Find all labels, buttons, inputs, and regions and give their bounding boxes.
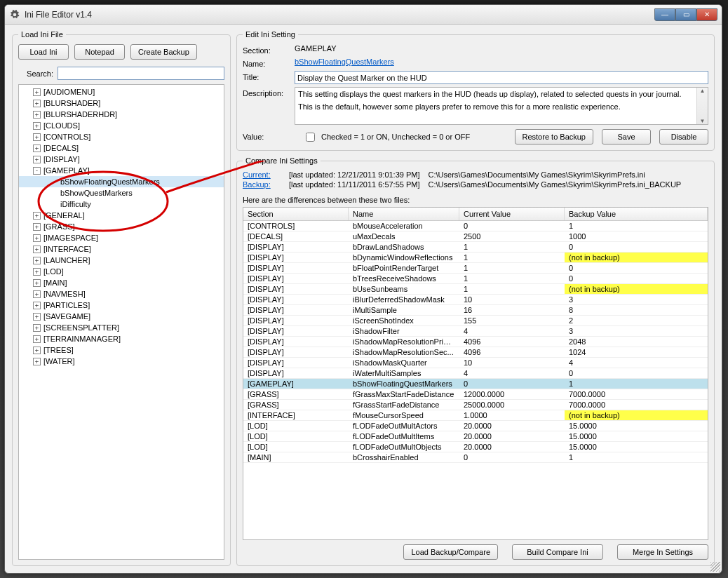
table-row[interactable]: [GRASS]fGrassStartFadeDistance25000.0000… bbox=[243, 400, 708, 410]
table-row[interactable]: [DISPLAY]iShadowMapResolutionPrim...4096… bbox=[243, 337, 708, 347]
col-section[interactable]: Section bbox=[243, 208, 349, 220]
table-row[interactable]: [INTERFACE]fMouseCursorSpeed1.0000(not i… bbox=[243, 410, 708, 421]
tree-node[interactable]: +[LOD] bbox=[19, 266, 224, 277]
create-backup-button[interactable]: Create Backup bbox=[130, 44, 197, 60]
tree-node[interactable]: +[SAVEGAME] bbox=[19, 311, 224, 322]
app-window: Ini File Editor v1.4 — ▭ ✕ Load Ini File… bbox=[4, 4, 722, 574]
tree-node[interactable]: bShowQuestMarkers bbox=[19, 187, 224, 199]
restore-backup-button[interactable]: Restore to Backup bbox=[515, 129, 594, 144]
table-row[interactable]: [GAMEPLAY]bShowFloatingQuestMarkers01 bbox=[243, 379, 708, 389]
tree-node[interactable]: +[NAVMESH] bbox=[19, 288, 224, 300]
load-ini-panel: Load Ini File Load Ini Notepad Create Ba… bbox=[12, 30, 231, 566]
ini-tree[interactable]: +[AUDIOMENU]+[BLURSHADER]+[BLURSHADERHDR… bbox=[18, 84, 224, 560]
tree-node[interactable]: +[CONTROLS] bbox=[19, 131, 224, 142]
edit-setting-legend: Edit Ini Setting bbox=[243, 30, 298, 39]
tree-node[interactable]: +[TERRAINMANAGER] bbox=[19, 333, 224, 344]
tree-node[interactable]: +[LAUNCHER] bbox=[19, 255, 224, 266]
title-label: Title: bbox=[243, 71, 295, 81]
col-name[interactable]: Name bbox=[349, 208, 459, 220]
col-current[interactable]: Current Value bbox=[459, 208, 565, 220]
table-row[interactable]: [DISPLAY]iShadowMapResolutionSec...40961… bbox=[243, 347, 708, 358]
backup-updated: [last updated: 11/11/2011 6:57:55 PM] bbox=[289, 180, 420, 189]
tree-node[interactable]: +[DISPLAY] bbox=[19, 154, 224, 165]
tree-node[interactable]: +[TREES] bbox=[19, 344, 224, 356]
scrollbar[interactable]: ▲▼ bbox=[696, 88, 708, 124]
table-row[interactable]: [DISPLAY]iWaterMultiSamples40 bbox=[243, 368, 708, 379]
merge-settings-button[interactable]: Merge In Settings bbox=[617, 544, 708, 560]
tree-node[interactable]: +[BLURSHADERHDR] bbox=[19, 109, 224, 120]
edit-setting-panel: Edit Ini Setting Section: GAMEPLAY Name:… bbox=[236, 30, 715, 151]
load-backup-compare-button[interactable]: Load Backup/Compare bbox=[403, 544, 498, 560]
table-row[interactable]: [DISPLAY]bDynamicWindowReflections1(not … bbox=[243, 253, 708, 263]
close-button[interactable]: ✕ bbox=[696, 8, 717, 21]
search-label: Search: bbox=[18, 69, 53, 78]
tree-node[interactable]: +[AUDIOMENU] bbox=[19, 86, 224, 98]
description-label: Description: bbox=[243, 87, 295, 98]
table-row[interactable]: [DISPLAY]iScreenShotIndex1552 bbox=[243, 316, 708, 326]
resize-grip[interactable] bbox=[710, 562, 720, 572]
table-row[interactable]: [DECALS]uMaxDecals25001000 bbox=[243, 231, 708, 242]
table-row[interactable]: [DISPLAY]bDrawLandShadows10 bbox=[243, 242, 708, 253]
tree-node[interactable]: +[IMAGESPACE] bbox=[19, 232, 224, 243]
window-title: Ini File Editor v1.4 bbox=[25, 10, 92, 20]
tree-node[interactable]: +[DECALS] bbox=[19, 142, 224, 154]
table-row[interactable]: [GRASS]fGrassMaxStartFadeDistance12000.0… bbox=[243, 389, 708, 400]
section-label: Section: bbox=[243, 44, 295, 55]
diff-label: Here are the differences between these t… bbox=[243, 196, 708, 204]
tree-node[interactable]: +[MAIN] bbox=[19, 277, 224, 288]
tree-node[interactable]: +[SCREENSPLATTER] bbox=[19, 322, 224, 333]
titlebar[interactable]: Ini File Editor v1.4 — ▭ ✕ bbox=[5, 5, 722, 25]
tree-node[interactable]: bShowFloatingQuestMarkers bbox=[19, 176, 224, 187]
tree-node[interactable]: +[GENERAL] bbox=[19, 210, 224, 221]
minimize-button[interactable]: — bbox=[654, 8, 675, 21]
col-backup[interactable]: Backup Value bbox=[565, 208, 708, 220]
backup-path: C:\Users\Games\Documents\My Games\Skyrim… bbox=[429, 180, 682, 189]
diff-table-body[interactable]: [CONTROLS]bMouseAcceleration01[DECALS]uM… bbox=[243, 221, 708, 539]
setting-name-link[interactable]: bShowFloatingQuestMarkers bbox=[295, 58, 394, 66]
save-button[interactable]: Save bbox=[602, 129, 651, 144]
current-path: C:\Users\Games\Documents\My Games\Skyrim… bbox=[429, 170, 645, 179]
tree-node[interactable]: +[GRASS] bbox=[19, 221, 224, 232]
load-ini-button[interactable]: Load Ini bbox=[18, 44, 69, 60]
table-row[interactable]: [DISPLAY]iMultiSample168 bbox=[243, 305, 708, 316]
backup-link[interactable]: Backup: bbox=[243, 180, 281, 189]
notepad-button[interactable]: Notepad bbox=[74, 44, 125, 60]
maximize-button[interactable]: ▭ bbox=[675, 8, 696, 21]
current-updated: [last updated: 12/21/2011 9:01:39 PM] bbox=[289, 170, 420, 179]
table-row[interactable]: [CONTROLS]bMouseAcceleration01 bbox=[243, 221, 708, 231]
diff-table: Section Name Current Value Backup Value … bbox=[243, 207, 708, 540]
table-row[interactable]: [DISPLAY]iBlurDeferredShadowMask103 bbox=[243, 295, 708, 305]
table-row[interactable]: [DISPLAY]bUseSunbeams1(not in backup) bbox=[243, 284, 708, 295]
tree-node[interactable]: +[CLOUDS] bbox=[19, 120, 224, 131]
table-row[interactable]: [LOD]fLODFadeOutMultItems20.000015.0000 bbox=[243, 431, 708, 442]
value-label: Value: bbox=[243, 133, 295, 141]
table-row[interactable]: [MAIN]bCrosshairEnabled01 bbox=[243, 452, 708, 463]
table-row[interactable]: [LOD]fLODFadeOutMultActors20.000015.0000 bbox=[243, 421, 708, 431]
table-row[interactable]: [DISPLAY]bFloatPointRenderTarget10 bbox=[243, 263, 708, 274]
tree-node[interactable]: +[PARTICLES] bbox=[19, 300, 224, 311]
title-input[interactable] bbox=[295, 71, 708, 84]
build-compare-ini-button[interactable]: Build Compare Ini bbox=[512, 544, 603, 560]
tree-node[interactable]: +[INTERFACE] bbox=[19, 243, 224, 255]
gear-icon bbox=[9, 9, 20, 20]
value-checkbox-label: Checked = 1 or ON, Unchecked = 0 or OFF bbox=[321, 133, 470, 141]
name-label: Name: bbox=[243, 58, 295, 68]
description-textarea[interactable]: This setting displays the quest markers … bbox=[295, 87, 708, 125]
section-value: GAMEPLAY bbox=[295, 44, 708, 53]
table-row[interactable]: [DISPLAY]bTreesReceiveShadows10 bbox=[243, 274, 708, 284]
table-row[interactable]: [DISPLAY]iShadowMaskQuarter104 bbox=[243, 358, 708, 368]
compare-legend: Compare Ini Settings bbox=[243, 156, 321, 165]
table-row[interactable]: [DISPLAY]iShadowFilter43 bbox=[243, 326, 708, 337]
tree-node[interactable]: +[WATER] bbox=[19, 356, 224, 367]
current-link[interactable]: Current: bbox=[243, 170, 281, 179]
tree-node[interactable]: iDifficulty bbox=[19, 199, 224, 210]
tree-node[interactable]: +[BLURSHADER] bbox=[19, 98, 224, 109]
table-row[interactable]: [LOD]fLODFadeOutMultObjects20.000015.000… bbox=[243, 442, 708, 452]
search-input[interactable] bbox=[58, 67, 224, 80]
value-checkbox[interactable] bbox=[306, 133, 315, 142]
load-ini-legend: Load Ini File bbox=[18, 30, 66, 39]
tree-node[interactable]: -[GAMEPLAY] bbox=[19, 165, 224, 176]
compare-panel: Compare Ini Settings Current: [last upda… bbox=[236, 156, 715, 566]
disable-button[interactable]: Disable bbox=[659, 129, 708, 144]
